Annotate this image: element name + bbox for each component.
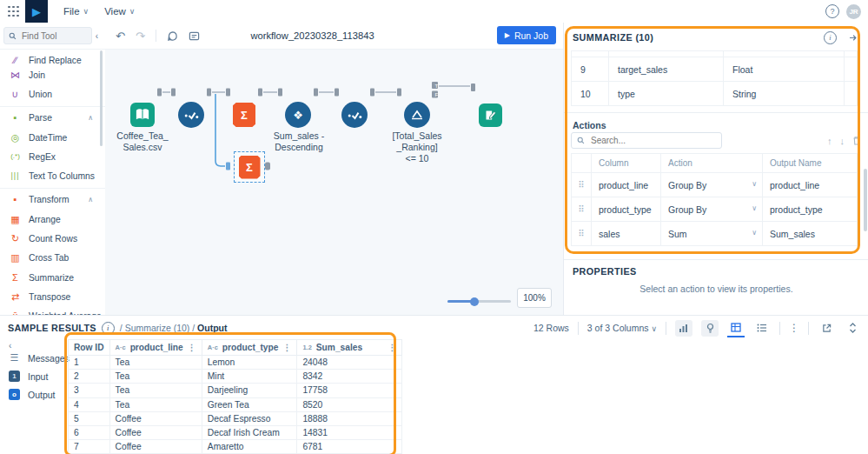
actions-search-input[interactable] bbox=[589, 135, 688, 146]
tool-item-cross-tab[interactable]: ▥ Cross Tab bbox=[0, 249, 105, 268]
tool-item-arrange[interactable]: ▦ Arrange bbox=[0, 210, 105, 229]
check-data-node-2[interactable] bbox=[341, 102, 368, 128]
output-data-node[interactable] bbox=[479, 103, 502, 127]
output-name-cell[interactable]: product_line bbox=[763, 173, 858, 197]
chevron-up-icon: ∧ bbox=[88, 196, 93, 204]
action-row[interactable]: ⠿ product_line Group By∨ product_line bbox=[572, 173, 858, 197]
output-name-cell[interactable]: product_type bbox=[763, 197, 858, 222]
file-menu[interactable]: File∨ bbox=[63, 6, 89, 17]
tool-category-parse[interactable]: ▪ Parse ∧ bbox=[0, 109, 105, 128]
schema-row[interactable]: 10 type String bbox=[572, 82, 858, 106]
col-header-row-id[interactable]: Row ID bbox=[69, 340, 110, 356]
view-menu[interactable]: View∨ bbox=[104, 6, 135, 17]
panel-scrollbar[interactable] bbox=[864, 169, 867, 231]
table-row[interactable]: 4Tea Green Tea8520 bbox=[69, 397, 402, 411]
book-icon bbox=[135, 108, 150, 122]
move-up-icon[interactable]: ↑ bbox=[827, 136, 832, 146]
table-row[interactable]: 6Coffee Decaf Irish Cream14831 bbox=[69, 425, 402, 439]
sort-node[interactable]: ❖ bbox=[285, 102, 311, 128]
summarize-node-1[interactable]: Σ bbox=[233, 103, 255, 127]
parse-category-icon: ▪ bbox=[10, 113, 21, 123]
column-menu-icon[interactable]: ⋮ bbox=[388, 343, 396, 352]
nav-messages[interactable]: ☰ Messages bbox=[9, 352, 70, 364]
input-data-node[interactable] bbox=[130, 103, 155, 127]
column-count-dropdown[interactable]: 3 of 3 Columns ∨ bbox=[587, 323, 657, 333]
tool-category-transform[interactable]: ▪ Transform ∧ bbox=[0, 190, 105, 210]
schema-table: 9 target_sales Float 10 type String bbox=[571, 50, 858, 106]
schema-field-name: target_sales bbox=[609, 57, 724, 82]
drag-handle-icon[interactable]: ⠿ bbox=[572, 173, 592, 197]
open-external-icon[interactable] bbox=[818, 320, 835, 337]
sidebar-scrollbar[interactable] bbox=[100, 50, 103, 146]
sort-node-label: Sum_sales -Descending bbox=[260, 130, 338, 153]
tool-item-regex[interactable]: (.*) RegEx bbox=[0, 147, 105, 166]
regex-icon: (.*) bbox=[10, 153, 21, 160]
tool-item-summarize[interactable]: Σ Summarize bbox=[0, 268, 105, 287]
zoom-level[interactable]: 100% bbox=[517, 288, 552, 308]
selected-summarize-node[interactable]: Σ bbox=[234, 151, 265, 183]
actions-search[interactable] bbox=[571, 132, 722, 149]
find-replace-icon: ∕∕ bbox=[10, 56, 21, 65]
collapse-panel-icon[interactable] bbox=[849, 33, 860, 43]
zoom-slider-handle[interactable] bbox=[470, 297, 479, 306]
action-row[interactable]: ⠿ product_type Group By∨ product_type bbox=[572, 197, 858, 222]
find-tool-input[interactable] bbox=[20, 30, 76, 42]
schema-row[interactable]: 9 target_sales Float bbox=[572, 57, 858, 82]
find-tool-search[interactable] bbox=[3, 27, 92, 44]
tool-item-datetime[interactable]: ◎ DateTime bbox=[0, 128, 105, 147]
breadcrumb-tool[interactable]: Summarize (10) bbox=[125, 323, 190, 333]
numeric-type-icon: 1.2 bbox=[302, 344, 311, 351]
col-header-product-line[interactable]: A·c product_line ⋮ bbox=[109, 340, 202, 356]
column-menu-icon[interactable]: ⋮ bbox=[282, 343, 291, 352]
collapse-sidebar-icon[interactable]: ‹ bbox=[92, 31, 102, 41]
table-row[interactable]: 1Tea Lemon24048 bbox=[69, 356, 402, 370]
zoom-slider[interactable] bbox=[447, 300, 511, 303]
info-icon[interactable]: i bbox=[824, 31, 837, 44]
tool-item-text-to-columns[interactable]: ||| Text To Columns bbox=[0, 166, 105, 185]
breadcrumb-anchor[interactable]: Output bbox=[197, 323, 227, 333]
col-header-sum-sales[interactable]: 1.2 Sum_sales ⋮ bbox=[297, 340, 402, 356]
tool-item-union[interactable]: ∪ Union bbox=[0, 84, 105, 103]
action-row[interactable]: ⠿ sales Sum∨ Sum_sales bbox=[572, 222, 858, 246]
tool-item-find-replace[interactable]: ∕∕ Find Replace bbox=[0, 50, 105, 65]
avatar[interactable]: JR bbox=[846, 4, 861, 19]
column-menu-icon[interactable]: ⋮ bbox=[188, 343, 196, 352]
col-header-output: Output Name bbox=[763, 154, 858, 173]
collapse-results-nav-icon[interactable]: ‹ bbox=[9, 341, 11, 351]
chart-view-icon[interactable] bbox=[675, 320, 692, 337]
trash-icon[interactable] bbox=[852, 136, 861, 145]
table-row[interactable]: 2Tea Mint8342 bbox=[69, 370, 402, 384]
tool-item-transpose[interactable]: ⇄ Transpose bbox=[0, 287, 105, 306]
run-job-button[interactable]: ▶ Run Job bbox=[497, 26, 556, 44]
filter-true-anchor-label: T bbox=[435, 83, 439, 89]
table-row[interactable]: 7Coffee Amaretto6781 bbox=[69, 440, 402, 454]
nav-input[interactable]: 1 Input bbox=[9, 371, 48, 382]
filter-node-label: [Total_Sales_Ranking]<= 10 bbox=[378, 130, 456, 164]
expand-panel-icon[interactable] bbox=[844, 320, 861, 337]
tool-item-join[interactable]: ⋈ Join bbox=[0, 65, 105, 84]
check-data-node-1[interactable] bbox=[178, 102, 204, 128]
profile-insights-icon[interactable] bbox=[701, 320, 719, 337]
nav-output[interactable]: o Output bbox=[9, 389, 56, 400]
row-count: 12 Rows bbox=[533, 323, 569, 333]
more-options-icon[interactable]: ⋮ bbox=[789, 322, 799, 334]
list-view-icon[interactable] bbox=[753, 320, 771, 337]
action-dropdown[interactable]: Group By∨ bbox=[661, 197, 763, 222]
tool-item-count-rows[interactable]: ↻ Count Rows bbox=[0, 229, 105, 248]
workflow-canvas[interactable]: ↶ ↷ workflow_20230328_113843 ▶ Run Job bbox=[105, 23, 563, 315]
action-dropdown[interactable]: Group By∨ bbox=[661, 173, 763, 197]
info-icon[interactable]: i bbox=[102, 322, 115, 335]
help-icon[interactable]: ? bbox=[825, 4, 839, 18]
app-launcher-icon[interactable] bbox=[8, 6, 19, 17]
drag-handle-icon[interactable]: ⠿ bbox=[572, 197, 592, 222]
table-view-icon[interactable] bbox=[727, 319, 745, 337]
move-down-icon[interactable]: ↓ bbox=[840, 136, 845, 146]
table-row[interactable]: 3Tea Darjeeling17758 bbox=[69, 384, 402, 397]
table-row[interactable]: 5Coffee Decaf Espresso18888 bbox=[69, 411, 402, 425]
filter-node[interactable] bbox=[404, 102, 430, 128]
output-name-cell[interactable]: Sum_sales bbox=[763, 222, 858, 246]
drag-handle-icon[interactable]: ⠿ bbox=[572, 222, 592, 246]
results-table: Row ID A·c product_line ⋮ A·c product_ty… bbox=[68, 339, 402, 454]
col-header-product-type[interactable]: A·c product_type ⋮ bbox=[202, 340, 297, 356]
action-dropdown[interactable]: Sum∨ bbox=[661, 222, 763, 246]
